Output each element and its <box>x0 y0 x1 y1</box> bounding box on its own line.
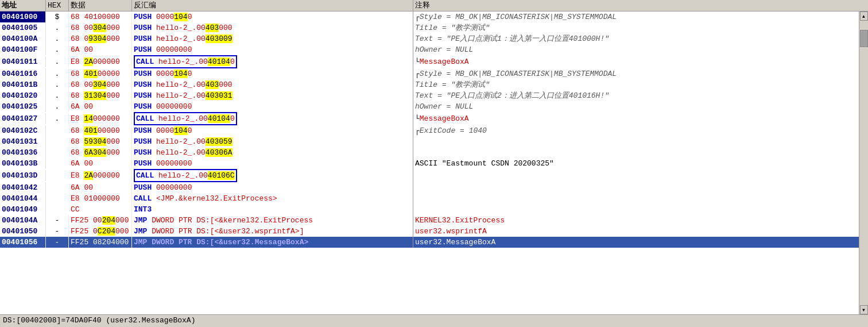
cell-address: 0040100F <box>0 44 46 55</box>
header-addr: 地址 <box>0 0 46 11</box>
scrollbar-right[interactable]: ▲ ▼ <box>859 11 868 314</box>
cell-data: E8 2A000000 <box>69 170 132 181</box>
cell-marker: . <box>46 68 69 79</box>
cell-data: CC <box>69 204 132 215</box>
cell-disasm: PUSH 00000000 <box>132 101 413 112</box>
table-row[interactable]: 0040100A . 68 09304000 PUSH hello-2_.004… <box>0 33 859 44</box>
cell-disasm: CALL hello-2_.00401040 <box>132 55 413 68</box>
content-area: 00401000 $ 68 40100000 PUSH 00001040 ┌St… <box>0 11 868 314</box>
cell-address: 0040102C <box>0 125 46 136</box>
table-row[interactable]: 00401025 . 6A 00 PUSH 00000000 hOwner = … <box>0 101 859 112</box>
table-row[interactable]: 0040101B . 68 00304000 PUSH hello-2_.004… <box>0 79 859 90</box>
cell-address: 00401000 <box>0 11 46 22</box>
cell-data: FF25 00204000 <box>69 215 132 226</box>
scroll-down-arrow[interactable]: ▼ <box>860 305 868 314</box>
table-row[interactable]: 00401049 CC INT3 <box>0 204 859 215</box>
cell-data: 68 00304000 <box>69 22 132 33</box>
cell-disasm: PUSH hello-2_.00403000 <box>132 22 413 33</box>
table-row[interactable]: 00401031 68 59304000 PUSH hello-2_.00403… <box>0 136 859 147</box>
table-row[interactable]: 00401044 E8 01000000 CALL <JMP.&kernel32… <box>0 193 859 204</box>
cell-marker: . <box>46 79 69 90</box>
cell-address: 00401027 <box>0 113 46 124</box>
table-row[interactable]: 00401056 - FF25 08204000 JMP DWORD PTR D… <box>0 237 859 248</box>
cell-marker: . <box>46 22 69 33</box>
cell-disasm: PUSH 00001040 <box>132 68 413 79</box>
cell-disasm: PUSH hello-2_.0040306A <box>132 147 413 158</box>
table-row[interactable]: 00401050 - FF25 0C204000 JMP DWORD PTR D… <box>0 226 859 237</box>
cell-address: 0040103B <box>0 158 46 169</box>
header-comment: 注释 <box>413 0 859 11</box>
cell-data: 68 59304000 <box>69 136 132 147</box>
cell-comment: user32.wsprintfA <box>413 226 859 237</box>
table-row[interactable]: 0040103D E8 2A000000 CALL hello-2_.00401… <box>0 169 859 182</box>
cell-marker: . <box>46 101 69 112</box>
main-container: 地址 HEX 数据 反汇编 注释 00401000 $ 68 40100000 … <box>0 0 868 327</box>
cell-marker: . <box>46 56 69 67</box>
cell-disasm: CALL hello-2_.00401040 <box>132 112 413 125</box>
cell-disasm: PUSH 00000000 <box>132 182 413 193</box>
cell-disasm: JMP DWORD PTR DS:[<&user32.wsprintfA>] <box>132 226 413 237</box>
table-row[interactable]: 00401042 6A 00 PUSH 00000000 <box>0 182 859 193</box>
cell-address: 00401036 <box>0 147 46 158</box>
table-row[interactable]: 0040102C 68 40100000 PUSH 00001040 ┌Exit… <box>0 125 859 136</box>
cell-marker: $ <box>46 11 69 22</box>
cell-disasm: PUSH hello-2_.00403000 <box>132 79 413 90</box>
scroll-thumb[interactable] <box>860 30 868 47</box>
cell-address: 0040103D <box>0 170 46 181</box>
cell-data: 6A 00 <box>69 158 132 169</box>
table-row[interactable]: 00401020 . 68 31304000 PUSH hello-2_.004… <box>0 90 859 101</box>
cell-data: 68 6A304000 <box>69 147 132 158</box>
cell-data: E8 01000000 <box>69 193 132 204</box>
cell-address: 00401044 <box>0 193 46 204</box>
table-row[interactable]: 0040104A - FF25 00204000 JMP DWORD PTR D… <box>0 215 859 226</box>
cell-data: E8 14000000 <box>69 113 132 124</box>
cell-comment: user32.MessageBoxA <box>413 237 859 248</box>
status-bar: DS:[00402008]=74DA0F40 (user32.MessageBo… <box>0 314 868 327</box>
disassembly-table: 00401000 $ 68 40100000 PUSH 00001040 ┌St… <box>0 11 859 314</box>
cell-address: 00401011 <box>0 56 46 67</box>
table-row[interactable]: 00401036 68 6A304000 PUSH hello-2_.00403… <box>0 147 859 158</box>
cell-disasm: JMP DWORD PTR DS:[<&user32.MessageBoxA> <box>132 237 413 248</box>
cell-disasm: INT3 <box>132 204 413 215</box>
cell-comment: hOwner = NULL <box>413 44 859 55</box>
cell-comment: ASCII "Eastmount CSDN 20200325" <box>413 158 859 169</box>
cell-address: 00401031 <box>0 136 46 147</box>
cell-data: 68 00304000 <box>69 79 132 90</box>
table-row[interactable]: 00401027 . E8 14000000 CALL hello-2_.004… <box>0 112 859 125</box>
cell-comment: hOwner = NULL <box>413 101 859 112</box>
cell-marker: . <box>46 90 69 101</box>
header-data: 数据 <box>69 0 132 11</box>
scroll-up-arrow[interactable]: ▲ <box>860 11 868 21</box>
cell-comment: KERNEL32.ExitProcess <box>413 215 859 226</box>
cell-comment: Title = "教学测试" <box>413 79 859 90</box>
rows-wrapper[interactable]: 00401000 $ 68 40100000 PUSH 00001040 ┌St… <box>0 11 859 314</box>
cell-disasm: PUSH 00000000 <box>132 44 413 55</box>
cell-address: 00401016 <box>0 68 46 79</box>
cell-comment: Text = "PE入口点测试1：进入第一入口位置401000H!" <box>413 33 859 44</box>
cell-disasm: PUSH 00001040 <box>132 125 413 136</box>
header-hex: HEX <box>46 0 69 11</box>
cell-address: 00401020 <box>0 90 46 101</box>
cell-comment: ┌ExitCode = 1040 <box>413 125 859 136</box>
cell-data: FF25 08204000 <box>69 237 132 248</box>
cell-address: 00401025 <box>0 101 46 112</box>
table-row[interactable]: 00401000 $ 68 40100000 PUSH 00001040 ┌St… <box>0 11 859 22</box>
cell-data: 6A 00 <box>69 182 132 193</box>
cell-data: 68 31304000 <box>69 90 132 101</box>
cell-marker: - <box>46 237 69 248</box>
cell-address: 00401050 <box>0 226 46 237</box>
table-row[interactable]: 00401016 . 68 40100000 PUSH 00001040 ┌St… <box>0 68 859 79</box>
table-row[interactable]: 0040103B 6A 00 PUSH 00000000 ASCII "East… <box>0 158 859 169</box>
cell-marker: - <box>46 226 69 237</box>
cell-data: E8 2A000000 <box>69 56 132 67</box>
cell-marker: . <box>46 44 69 55</box>
cell-address: 0040100A <box>0 33 46 44</box>
scrollbar-header-spacer <box>859 0 868 11</box>
cell-data: 68 40100000 <box>69 125 132 136</box>
cell-address: 0040101B <box>0 79 46 90</box>
table-row[interactable]: 00401005 . 68 00304000 PUSH hello-2_.004… <box>0 22 859 33</box>
table-row[interactable]: 00401011 . E8 2A000000 CALL hello-2_.004… <box>0 55 859 68</box>
cell-comment: Text = "PE入口点测试2：进入第二入口位置401016H!" <box>413 90 859 101</box>
cell-data: 6A 00 <box>69 44 132 55</box>
table-row[interactable]: 0040100F . 6A 00 PUSH 00000000 hOwner = … <box>0 44 859 55</box>
